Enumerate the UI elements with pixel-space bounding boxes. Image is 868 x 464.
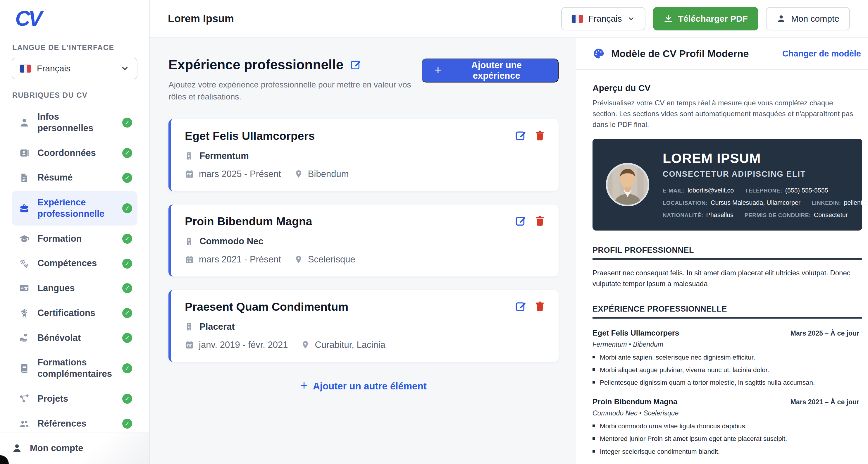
edit-icon[interactable] <box>515 301 526 312</box>
document-icon <box>19 172 30 183</box>
section-title: Expérience professionnelle <box>168 57 343 72</box>
experience-dates-pair: janv. 2019 - févr. 2021 <box>185 340 288 350</box>
cv-profile-section: PROFIL PROFESSIONNEL Praesent nec conseq… <box>592 246 862 289</box>
trash-icon[interactable] <box>534 301 546 312</box>
section-subtitle: Ajoutez votre expérience professionnelle… <box>168 79 422 103</box>
calendar-icon <box>185 340 194 350</box>
sidebar-item-formations-complementaires[interactable]: Formations complémentaires <box>12 351 137 385</box>
calendar-icon <box>185 169 194 179</box>
sidebar: CV LANGUE DE L'INTERFACE Français RUBRIQ… <box>0 0 150 464</box>
map-pin-icon <box>294 255 303 264</box>
sidebar-item-competences[interactable]: Compétences <box>12 252 137 275</box>
experience-card: Praesent Quam Condimentum Placerat <box>168 290 559 362</box>
experience-card: Eget Felis Ullamcorpers Fermentum <box>168 119 559 191</box>
template-header: Modèle de CV Profil Moderne Changer de m… <box>576 38 868 70</box>
cv-sections-label: RUBRIQUES DU CV <box>12 91 137 99</box>
interface-language-label: LANGUE DE L'INTERFACE <box>12 43 137 52</box>
palette-icon <box>592 48 605 60</box>
sidebar-item-langues[interactable]: A文 Langues <box>12 277 137 300</box>
cv-driving-license: Consectetur <box>814 212 848 219</box>
preview-body: Aperçu du CV Prévisualisez votre CV en t… <box>576 70 868 464</box>
experience-location-pair: Curabitur, Lacinia <box>301 340 385 350</box>
chevron-down-icon <box>121 64 129 73</box>
profile-photo <box>606 162 650 207</box>
language-button[interactable]: Français <box>561 7 645 30</box>
experience-location-pair: Bibendum <box>294 169 349 179</box>
cv-preview-panel: Modèle de CV Profil Moderne Changer de m… <box>576 38 868 464</box>
preview-description: Prévisualisez votre CV en temps réel à m… <box>592 98 856 130</box>
experience-company: Placerat <box>199 321 235 332</box>
download-icon <box>663 14 673 23</box>
chevron-down-icon <box>627 15 635 23</box>
map-pin-icon <box>301 340 310 350</box>
building-icon <box>185 151 194 161</box>
cv-bullet: Morbi ante sapien, scelerisque nec digni… <box>592 353 862 362</box>
cv-name: LOREM IPSUM <box>663 150 849 166</box>
book-icon <box>19 363 30 374</box>
change-template-link[interactable]: Changer de modèle <box>782 49 861 59</box>
user-icon <box>12 443 22 454</box>
interface-language-value: Français <box>37 63 115 73</box>
hand-heart-icon <box>19 332 30 343</box>
check-circle-icon <box>122 308 132 318</box>
sidebar-item-benevolat[interactable]: Bénévolat <box>12 327 137 350</box>
edit-section-icon[interactable] <box>350 59 362 70</box>
check-circle-icon <box>122 259 132 269</box>
plus-icon: + <box>300 379 308 392</box>
briefcase-icon <box>19 203 30 214</box>
sidebar-item-projets[interactable]: Projets <box>12 388 137 410</box>
cv-linkedin: pellentesque.com <box>844 199 868 207</box>
users-icon <box>19 418 30 429</box>
check-circle-icon <box>122 333 132 343</box>
check-circle-icon <box>122 363 132 373</box>
calendar-icon <box>185 255 194 264</box>
building-icon <box>185 322 194 332</box>
id-card-icon <box>19 148 30 159</box>
check-circle-icon <box>122 234 132 244</box>
section-header: Expérience professionnelle Ajoutez votre… <box>168 57 559 103</box>
cv-sections-nav: Infos personnelles Coordonnées Résumé Ex… <box>12 105 137 432</box>
experience-dates: mars 2025 - Présent <box>199 169 281 179</box>
map-pin-icon <box>294 169 303 179</box>
check-circle-icon <box>122 419 132 429</box>
add-experience-button[interactable]: + Ajouter une expérience <box>422 59 559 83</box>
experience-title: Proin Bibendum Magna <box>185 215 312 228</box>
experience-location: Bibendum <box>308 169 349 179</box>
interface-language-select[interactable]: Français <box>12 58 137 79</box>
experience-dates-pair: mars 2025 - Présent <box>185 169 281 179</box>
sidebar-item-formation[interactable]: Formation <box>12 227 137 250</box>
content-row: Expérience professionnelle Ajoutez votre… <box>150 38 868 464</box>
edit-icon[interactable] <box>515 215 526 227</box>
sidebar-account-button[interactable]: Mon compte <box>0 432 149 464</box>
sidebar-item-coordonnees[interactable]: Coordonnées <box>12 142 137 165</box>
badge-icon <box>19 308 30 318</box>
graduation-cap-icon <box>19 233 30 244</box>
account-button[interactable]: Mon compte <box>766 7 850 30</box>
cv-bullet: Morbi commodo urna vitae ligula rhoncus … <box>592 422 862 431</box>
cv-header: LOREM IPSUM CONSECTETUR ADIPISCING ELIT … <box>592 139 862 230</box>
app-logo: CV <box>0 0 149 34</box>
edit-icon[interactable] <box>515 130 526 141</box>
gears-icon <box>19 258 30 269</box>
user-icon <box>19 117 30 128</box>
trash-icon[interactable] <box>534 130 546 141</box>
check-circle-icon <box>122 118 132 128</box>
sidebar-item-resume[interactable]: Résumé <box>12 166 137 189</box>
sidebar-item-experience-professionnelle[interactable]: Expérience professionnelle <box>12 191 137 225</box>
experience-list: Eget Felis Ullamcorpers Fermentum <box>168 119 559 362</box>
cv-role: CONSECTETUR ADIPISCING ELIT <box>663 170 849 179</box>
sidebar-item-infos-personnelles[interactable]: Infos personnelles <box>12 105 137 140</box>
sidebar-item-certifications[interactable]: Certifications <box>12 302 137 325</box>
download-pdf-button[interactable]: Télécharger PDF <box>653 7 758 30</box>
experience-location: Scelerisque <box>308 254 355 265</box>
check-circle-icon <box>122 148 132 158</box>
add-another-item-button[interactable]: + Ajouter un autre élément <box>168 381 559 392</box>
cv-bullet: Pellentesque dignissim quam a tortor mol… <box>592 378 862 387</box>
experience-location-pair: Scelerisque <box>294 254 355 265</box>
svg-text:文: 文 <box>24 286 28 290</box>
cv-bullet: Integer scelerisque condimentum blandit. <box>592 447 862 456</box>
sidebar-scroll: LANGUE DE L'INTERFACE Français RUBRIQUES… <box>0 34 149 432</box>
diagram-icon <box>19 393 30 404</box>
trash-icon[interactable] <box>534 215 546 227</box>
sidebar-item-references[interactable]: Références <box>12 412 137 432</box>
